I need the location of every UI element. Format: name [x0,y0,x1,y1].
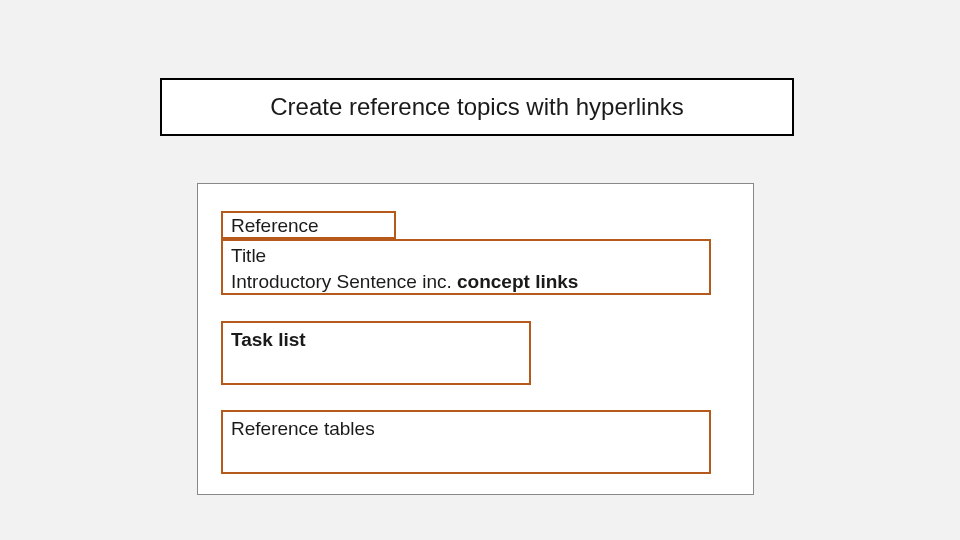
intro-plain: Introductory Sentence inc. [231,271,457,292]
reference-label-box: Reference [221,211,396,239]
slide-title: Create reference topics with hyperlinks [160,78,794,136]
task-list-box: Task list [221,321,531,385]
slide: Create reference topics with hyperlinks … [0,0,960,540]
reference-tables-label: Reference tables [231,418,375,439]
reference-tables-box: Reference tables [221,410,711,474]
title-line: Title [231,243,701,269]
intro-bold: concept links [457,271,578,292]
task-list-label: Task list [231,329,306,350]
reference-label: Reference [231,215,319,236]
slide-title-text: Create reference topics with hyperlinks [270,93,684,121]
intro-line: Introductory Sentence inc. concept links [231,269,701,295]
title-intro-box: Title Introductory Sentence inc. concept… [221,239,711,295]
